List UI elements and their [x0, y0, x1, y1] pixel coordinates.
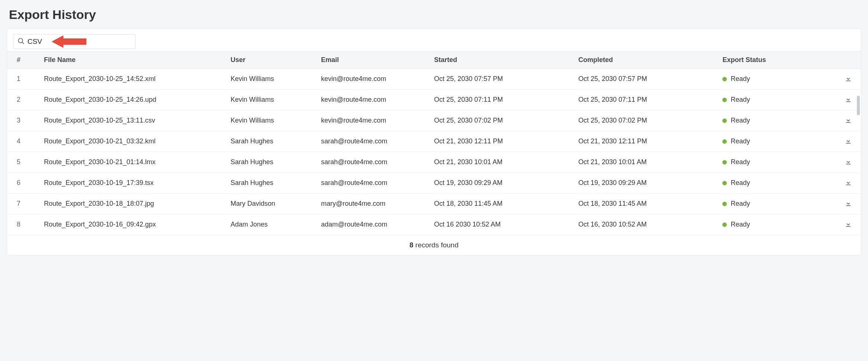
cell-status: Ready [719, 90, 827, 110]
cell-user: Kevin Williams [228, 90, 318, 110]
cell-started: Oct 25, 2030 07:57 PM [431, 69, 575, 90]
cell-user: Kevin Williams [228, 69, 318, 90]
cell-user: Mary Davidson [228, 193, 318, 214]
status-text: Ready [731, 75, 750, 83]
cell-number: 2 [7, 90, 41, 110]
col-header-completed[interactable]: Completed [575, 52, 719, 69]
status-dot-icon [722, 181, 727, 185]
download-icon [845, 137, 852, 144]
download-button[interactable] [844, 116, 853, 124]
cell-email: sarah@route4me.com [318, 173, 431, 193]
cell-filename: Route_Export_2030-10-18_18:07.jpg [41, 193, 227, 214]
cell-started: Oct 21, 2030 10:01 AM [431, 152, 575, 173]
col-header-email[interactable]: Email [318, 52, 431, 69]
cell-completed: Oct 16, 2030 10:52 AM [575, 214, 719, 235]
cell-user: Adam Jones [228, 214, 318, 235]
svg-rect-5 [846, 122, 851, 123]
cell-status: Ready [719, 69, 827, 90]
search-input[interactable] [27, 38, 132, 46]
download-button[interactable] [844, 74, 853, 83]
cell-completed: Oct 18, 2030 11:45 AM [575, 193, 719, 214]
svg-line-1 [22, 42, 24, 43]
status-text: Ready [731, 179, 750, 187]
col-header-status[interactable]: Export Status [719, 52, 827, 69]
cell-status: Ready [719, 110, 827, 131]
download-button[interactable] [844, 136, 853, 145]
cell-completed: Oct 21, 2030 10:01 AM [575, 152, 719, 173]
cell-completed: Oct 25, 2030 07:02 PM [575, 110, 719, 131]
svg-rect-9 [846, 205, 851, 206]
col-header-filename[interactable]: File Name [41, 52, 227, 69]
download-button[interactable] [844, 178, 853, 187]
cell-email: kevin@route4me.com [318, 110, 431, 131]
status-text: Ready [731, 158, 750, 166]
export-history-table: # File Name User Email Started Completed… [7, 51, 861, 235]
svg-rect-3 [846, 81, 851, 81]
col-header-number[interactable]: # [7, 52, 41, 69]
cell-user: Sarah Hughes [228, 131, 318, 152]
download-icon [845, 199, 852, 207]
download-button[interactable] [844, 219, 853, 228]
col-header-download [827, 52, 861, 69]
export-history-panel: # File Name User Email Started Completed… [7, 29, 861, 256]
status-text: Ready [731, 96, 750, 104]
col-header-started[interactable]: Started [431, 52, 575, 69]
cell-number: 6 [7, 173, 41, 193]
page-title: Export History [9, 7, 861, 22]
download-icon [845, 179, 852, 186]
table-row: 4Route_Export_2030-10-21_03:32.kmlSarah … [7, 131, 861, 152]
records-label: records found [414, 241, 459, 249]
cell-status: Ready [719, 193, 827, 214]
cell-completed: Oct 19, 2030 09:29 AM [575, 173, 719, 193]
cell-email: kevin@route4me.com [318, 69, 431, 90]
status-dot-icon [722, 118, 727, 123]
search-input-wrapper[interactable] [13, 34, 136, 49]
cell-filename: Route_Export_2030-10-25_14:52.xml [41, 69, 227, 90]
cell-number: 5 [7, 152, 41, 173]
status-text: Ready [731, 221, 750, 228]
cell-number: 7 [7, 193, 41, 214]
cell-filename: Route_Export_2030-10-21_03:32.kml [41, 131, 227, 152]
cell-email: mary@route4me.com [318, 193, 431, 214]
svg-rect-10 [846, 226, 851, 227]
cell-started: Oct 25, 2030 07:02 PM [431, 110, 575, 131]
records-count: 8 [409, 241, 414, 249]
download-button[interactable] [844, 199, 853, 208]
download-icon [845, 95, 852, 103]
cell-email: kevin@route4me.com [318, 90, 431, 110]
download-button[interactable] [844, 157, 853, 166]
cell-started: Oct 25, 2030 07:11 PM [431, 90, 575, 110]
table-header-row: # File Name User Email Started Completed… [7, 52, 861, 69]
cell-status: Ready [719, 173, 827, 193]
cell-number: 1 [7, 69, 41, 90]
table-row: 8Route_Export_2030-10-16_09:42.gpxAdam J… [7, 214, 861, 235]
cell-completed: Oct 25, 2030 07:11 PM [575, 90, 719, 110]
cell-started: Oct 19, 2030 09:29 AM [431, 173, 575, 193]
cell-started: Oct 21, 2030 12:11 PM [431, 131, 575, 152]
svg-rect-6 [846, 143, 851, 144]
col-header-user[interactable]: User [228, 52, 318, 69]
cell-started: Oct 18, 2030 11:45 AM [431, 193, 575, 214]
cell-email: adam@route4me.com [318, 214, 431, 235]
download-icon [845, 116, 852, 124]
status-text: Ready [731, 200, 750, 208]
status-text: Ready [731, 137, 750, 145]
download-button[interactable] [844, 95, 853, 104]
status-dot-icon [722, 160, 727, 165]
cell-status: Ready [719, 214, 827, 235]
svg-rect-4 [846, 101, 851, 102]
status-dot-icon [722, 139, 727, 144]
cell-user: Sarah Hughes [228, 173, 318, 193]
scrollbar-thumb[interactable] [857, 96, 860, 115]
cell-user: Sarah Hughes [228, 152, 318, 173]
cell-user: Kevin Williams [228, 110, 318, 131]
cell-number: 8 [7, 214, 41, 235]
table-row: 5Route_Export_2030-10-21_01:14.lmxSarah … [7, 152, 861, 173]
cell-filename: Route_Export_2030-10-16_09:42.gpx [41, 214, 227, 235]
search-icon [17, 37, 25, 46]
cell-email: sarah@route4me.com [318, 131, 431, 152]
cell-filename: Route_Export_2030-10-19_17:39.tsx [41, 173, 227, 193]
svg-rect-7 [846, 164, 851, 165]
svg-rect-8 [846, 185, 851, 185]
cell-filename: Route_Export_2030-10-21_01:14.lmx [41, 152, 227, 173]
